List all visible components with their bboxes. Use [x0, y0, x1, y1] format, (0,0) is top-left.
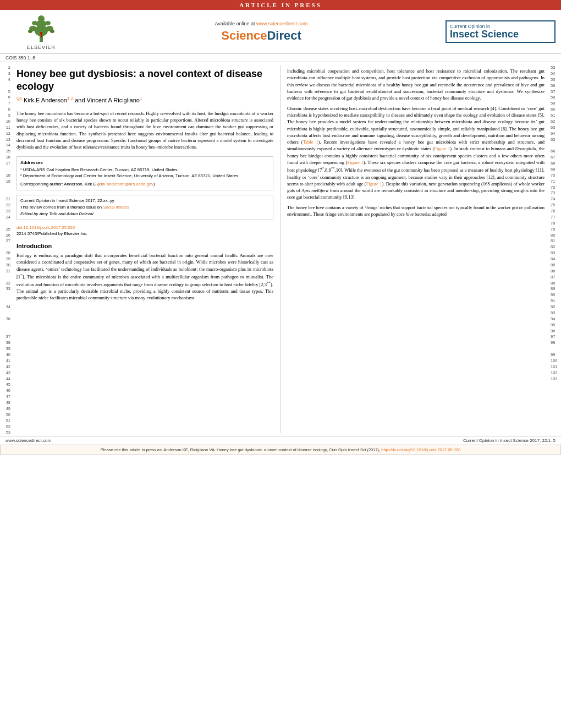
- figure1-ref-3[interactable]: Figure 1: [366, 181, 382, 187]
- doi-link[interactable]: doi:10.1016/j.cois.2017.05.020: [16, 225, 75, 230]
- citation-doi-link[interactable]: http://dx.doi.org/10.1016/j.cois.2017.05…: [381, 447, 460, 452]
- svg-rect-9: [41, 34, 42, 37]
- addresses-box: Addresses ¹ USDA-ARS Carl Hayden Bee Res…: [16, 156, 273, 191]
- journal-name-box: Current Opinion in Insect Science: [446, 20, 556, 43]
- available-online-text: Available online at www.sciencedirect.co…: [215, 21, 308, 26]
- corresponding-email[interactable]: kirk.anderson@ars.usda.gov: [99, 182, 153, 187]
- issn-line: 2214-5745/Published by Elsevier Inc.: [16, 231, 273, 237]
- content-columns: Honey bee gut dysbiosis: a novel context…: [12, 62, 549, 436]
- authors-and: and Vincent A Ricigliano: [75, 97, 140, 103]
- doi-box: doi:10.1016/j.cois.2017.05.020 2214-5745…: [16, 225, 273, 237]
- available-online-link[interactable]: www.sciencedirect.com: [256, 21, 308, 26]
- footer-url: www.sciencedirect.com: [6, 438, 51, 443]
- right-text-1: including microbial cooperation and comp…: [287, 68, 544, 102]
- authors-line: Q1 Kirk E Anderson1,2 and Vincent A Rici…: [16, 96, 273, 103]
- left-column: Honey bee gut dysbiosis: a novel context…: [12, 65, 280, 433]
- addresses-title: Addresses: [20, 160, 270, 166]
- svg-point-11: [50, 30, 54, 33]
- svg-point-10: [28, 30, 32, 33]
- svg-point-6: [32, 21, 37, 25]
- svg-point-8: [40, 32, 42, 34]
- corresponding-line: Corresponding author: Anderson, Kirk E (…: [20, 182, 270, 188]
- right-line-numbers: 53 54 55 56 57 58 59 60 61 62 63 64 65 6…: [549, 62, 561, 436]
- elsevier-tree-icon: [25, 13, 58, 43]
- author1-name: Kirk E Anderson: [24, 97, 67, 103]
- main-content: 2 3 4 5 6 7 8 9 10 11 12 13 14 15 16 17 …: [0, 62, 561, 436]
- right-text-3: The honey bee hive contains a variety of…: [287, 204, 544, 218]
- figure1-ref-1[interactable]: Figure 1: [434, 146, 450, 151]
- author2-sup: 1: [140, 96, 142, 101]
- author1-sup: 1,2: [67, 96, 73, 101]
- meta-themed: This review comes from a themed issue on…: [20, 204, 270, 211]
- left-line-numbers: 2 3 4 5 6 7 8 9 10 11 12 13 14 15 16 17 …: [0, 62, 12, 436]
- q-marker: Q1: [16, 96, 22, 101]
- elsevier-logo: ELSEVIER: [25, 13, 58, 50]
- intro-section-title: Introduction: [16, 243, 273, 249]
- page-header: ELSEVIER Available online at www.science…: [0, 10, 561, 54]
- abstract-text: The honey bee microbiota has become a ho…: [16, 110, 273, 151]
- figure1-ref-2[interactable]: Figure 1: [348, 160, 364, 165]
- intro-text: Biology is embracing a paradigm shift th…: [16, 252, 273, 302]
- citation-bar: Please cite this article in press as: An…: [0, 445, 561, 455]
- meta-journal: Current Opinion in Insect Science 2017, …: [20, 198, 270, 204]
- address2: ² Department of Entomology and Center fo…: [20, 173, 270, 179]
- meta-edited: Edited by Amy Toth and Adam Dolezal: [20, 211, 270, 217]
- right-text-2: Chronic disease states involving host–mi…: [287, 105, 544, 201]
- svg-point-7: [45, 21, 51, 25]
- elsevier-text: ELSEVIER: [27, 45, 56, 50]
- citation-text: Please cite this article in press as: An…: [101, 447, 380, 452]
- meta-themed-link[interactable]: Social insects: [103, 205, 129, 210]
- svg-point-3: [38, 15, 45, 22]
- journal-title: Insect Science: [450, 29, 519, 40]
- header-center: Available online at www.sciencedirect.co…: [77, 21, 446, 43]
- address1: ¹ USDA-ARS Carl Hayden Bee Research Cent…: [20, 167, 270, 173]
- elsevier-logo-area: ELSEVIER: [6, 13, 77, 50]
- corresponding-end: ): [153, 182, 155, 187]
- meta-themed-label: This review comes from a themed issue on: [20, 205, 102, 210]
- article-in-press-bar: ARTICLE IN PRESS: [0, 0, 561, 10]
- available-online-label: Available online at: [215, 21, 255, 26]
- article-title: Honey bee gut dysbiosis: a novel context…: [16, 68, 273, 92]
- cois-line: COIS 350 1–8: [0, 54, 561, 62]
- footer-citation: Current Opinion in Insect Science 2017, …: [463, 438, 556, 443]
- sciencedirect-logo: ScienceDirect: [221, 29, 301, 43]
- table1-ref[interactable]: Table 1: [303, 139, 318, 145]
- right-column: including microbial cooperation and comp…: [280, 65, 549, 433]
- corresponding-label: Corresponding author: Anderson, Kirk E (: [20, 182, 99, 187]
- meta-box: Current Opinion in Insect Science 2017, …: [16, 195, 273, 220]
- page-footer: www.sciencedirect.com Current Opinion in…: [0, 436, 561, 445]
